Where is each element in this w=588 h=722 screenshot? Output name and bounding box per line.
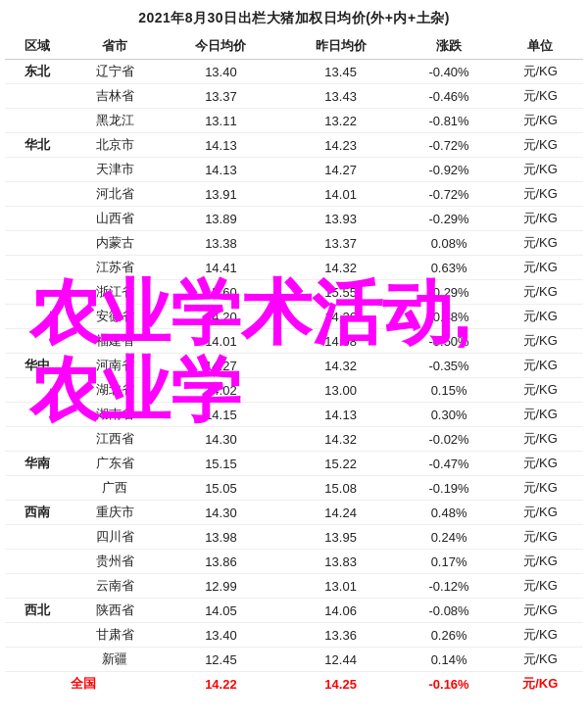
yesterday-price-cell: 15.22: [281, 452, 401, 476]
province-cell: 福建省: [69, 329, 161, 354]
table-row: 新疆12.4512.440.14%元/KG: [5, 648, 583, 672]
province-cell: 安徽省: [69, 305, 161, 329]
today-price-cell: 13.98: [161, 525, 280, 550]
region-cell: 西南: [5, 501, 69, 525]
table-row: 西北陕西省14.0514.06-0.08%元/KG: [5, 599, 583, 623]
table-row: 内蒙古13.3813.370.08%元/KG: [5, 231, 583, 256]
unit-cell: 元/KG: [497, 60, 583, 84]
yesterday-price-cell: 13.93: [281, 207, 401, 231]
province-cell: 辽宁省: [69, 60, 161, 84]
table-row: 福建省14.0114.08-0.50%元/KG: [5, 329, 583, 354]
today-price-cell: 13.40: [161, 60, 280, 84]
region-cell: [5, 305, 69, 329]
unit-cell: 元/KG: [497, 182, 583, 207]
yesterday-price-cell: 13.83: [281, 550, 401, 574]
province-cell: 四川省: [69, 525, 161, 550]
region-cell: [5, 574, 69, 599]
yesterday-price-cell: 14.24: [281, 501, 401, 525]
today-price-cell: 14.05: [161, 599, 280, 623]
yesterday-price-cell: 13.00: [281, 378, 401, 403]
region-cell: 华中: [5, 354, 69, 378]
region-cell: [5, 329, 69, 354]
change-cell: -0.46%: [401, 84, 498, 109]
table-row: 吉林省13.3713.43-0.46%元/KG: [5, 84, 583, 109]
unit-cell: 元/KG: [497, 256, 583, 280]
table-row: 华南广东省15.1515.22-0.47%元/KG: [5, 452, 583, 476]
today-price-cell: 14.13: [161, 158, 280, 182]
yesterday-price-cell: 13.22: [281, 109, 401, 133]
header-today: 今日均价: [161, 33, 280, 60]
table-row: 西南重庆市14.3014.240.48%元/KG: [5, 501, 583, 525]
province-cell: 吉林省: [69, 84, 161, 109]
change-cell: -0.29%: [401, 280, 498, 305]
header-change: 涨跌: [401, 33, 498, 60]
yesterday-price-cell: 13.37: [281, 231, 401, 256]
region-cell: [5, 280, 69, 305]
yesterday-price-cell: 14.01: [281, 182, 401, 207]
change-cell: -0.29%: [401, 207, 498, 231]
change-cell: 0.26%: [401, 623, 498, 648]
today-price-cell: 14.15: [161, 403, 280, 427]
unit-cell: 元/KG: [497, 550, 583, 574]
today-price-cell: 14.01: [161, 329, 280, 354]
today-price-cell: 13.11: [161, 109, 280, 133]
change-cell: 0.08%: [401, 231, 498, 256]
yesterday-price-cell: 14.06: [281, 599, 401, 623]
unit-cell: 元/KG: [497, 574, 583, 599]
province-cell: 湖北省: [69, 378, 161, 403]
region-cell: [5, 231, 69, 256]
header-province: 省市: [69, 33, 161, 60]
header-unit: 单位: [497, 33, 583, 60]
today-price-cell: 13.91: [161, 182, 280, 207]
total-label: 全国: [5, 672, 161, 697]
province-cell: 河南省: [69, 354, 161, 378]
region-cell: [5, 158, 69, 182]
region-cell: [5, 525, 69, 550]
unit-cell: 元/KG: [497, 329, 583, 354]
yesterday-price-cell: 13.43: [281, 84, 401, 109]
change-cell: -0.50%: [401, 329, 498, 354]
change-cell: -0.81%: [401, 109, 498, 133]
change-cell: -0.19%: [401, 476, 498, 501]
change-cell: -0.12%: [401, 574, 498, 599]
region-cell: 东北: [5, 60, 69, 84]
province-cell: 河北省: [69, 182, 161, 207]
region-cell: [5, 256, 69, 280]
today-price-cell: 14.41: [161, 256, 280, 280]
table-row: 江西省14.3014.32-0.02%元/KG: [5, 427, 583, 452]
today-price-cell: 14.30: [161, 427, 280, 452]
total-change: -0.16%: [401, 672, 498, 697]
province-cell: 广西: [69, 476, 161, 501]
province-cell: 甘肃省: [69, 623, 161, 648]
region-cell: [5, 427, 69, 452]
unit-cell: 元/KG: [497, 403, 583, 427]
table-row: 安徽省14.2014.26-0.48%元/KG: [5, 305, 583, 329]
unit-cell: 元/KG: [497, 231, 583, 256]
unit-cell: 元/KG: [497, 599, 583, 623]
yesterday-price-cell: 14.13: [281, 403, 401, 427]
yesterday-price-cell: 14.27: [281, 158, 401, 182]
yesterday-price-cell: 14.32: [281, 427, 401, 452]
today-price-cell: 13.86: [161, 550, 280, 574]
yesterday-price-cell: 12.44: [281, 648, 401, 672]
table-row: 华中河南省14.2714.32-0.35%元/KG: [5, 354, 583, 378]
province-cell: 湖南省: [69, 403, 161, 427]
region-cell: [5, 378, 69, 403]
unit-cell: 元/KG: [497, 648, 583, 672]
yesterday-price-cell: 13.01: [281, 574, 401, 599]
yesterday-price-cell: 14.23: [281, 133, 401, 158]
today-price-cell: 12.45: [161, 648, 280, 672]
today-price-cell: 14.20: [161, 305, 280, 329]
change-cell: 0.48%: [401, 501, 498, 525]
province-cell: 广东省: [69, 452, 161, 476]
table-row: 湖北省14.0213.000.15%元/KG: [5, 378, 583, 403]
table-row: 湖南省14.1514.130.30%元/KG: [5, 403, 583, 427]
unit-cell: 元/KG: [497, 109, 583, 133]
region-cell: [5, 550, 69, 574]
unit-cell: 元/KG: [497, 158, 583, 182]
today-price-cell: 13.37: [161, 84, 280, 109]
region-cell: 华北: [5, 133, 69, 158]
province-cell: 重庆市: [69, 501, 161, 525]
change-cell: -0.08%: [401, 599, 498, 623]
table-row: 东北辽宁省13.4013.45-0.40%元/KG: [5, 60, 583, 84]
